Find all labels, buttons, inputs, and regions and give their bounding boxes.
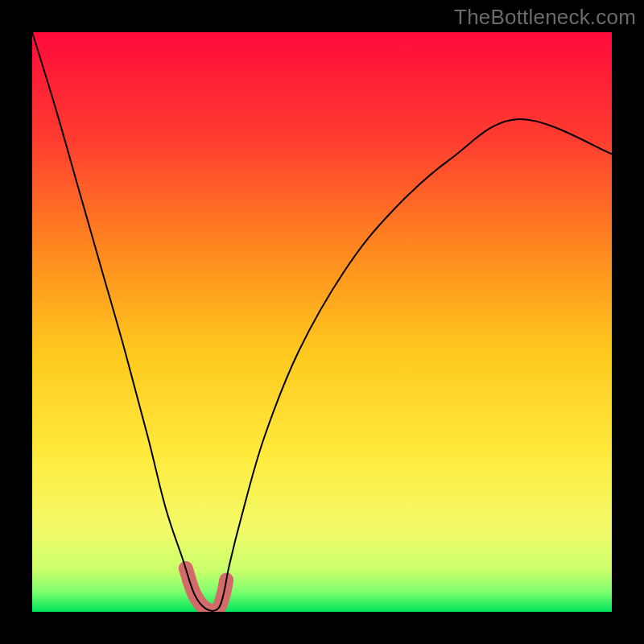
plot-area	[32, 32, 612, 612]
plot-svg	[32, 32, 612, 612]
chart-frame: TheBottleneck.com	[0, 0, 644, 644]
watermark-text: TheBottleneck.com	[454, 5, 636, 30]
